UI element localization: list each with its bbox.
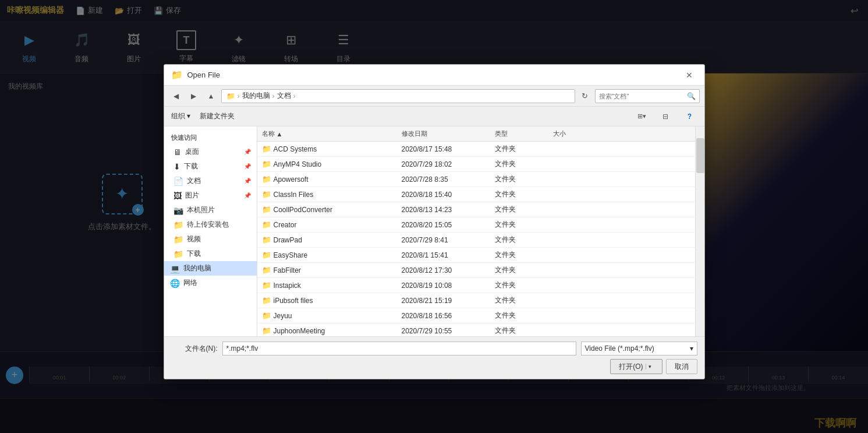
footer-filetype-select[interactable]: Video File (*.mp4;*.flv) ▾ — [581, 342, 697, 355]
back-button[interactable]: ◀ — [169, 89, 184, 104]
file-date: 2020/8/19 10:08 — [397, 281, 490, 290]
header-name[interactable]: 名称 ▲ — [257, 126, 397, 141]
file-name: 📁Apowersoft — [257, 175, 397, 184]
sidebar-item-desktop[interactable]: 🖥 桌面 📌 — [164, 145, 257, 159]
view-options-button[interactable]: ⊞▾ — [635, 109, 649, 124]
download2-icon: 📁 — [173, 249, 183, 259]
folder-icon: 📁 — [262, 190, 271, 199]
file-row[interactable]: 📁ACD Systems 2020/8/17 15:48 文件夹 — [257, 142, 695, 157]
file-row[interactable]: 📁Creator 2020/8/20 15:05 文件夹 — [257, 217, 695, 233]
file-date: 2020/8/20 15:05 — [397, 221, 490, 229]
scrollbar-thumb[interactable] — [696, 138, 704, 173]
file-type: 文件夹 — [490, 189, 548, 199]
open-label: 打开(O) — [619, 362, 643, 372]
open-dropdown-icon[interactable]: ▾ — [646, 364, 654, 369]
file-row[interactable]: 📁JuphoonMeeting 2020/7/29 10:55 文件夹 — [257, 323, 695, 336]
sidebar-label-videos: 视频 — [187, 234, 201, 244]
forward-button[interactable]: ▶ — [186, 89, 201, 104]
file-row[interactable]: 📁iPubsoft files 2020/8/21 15:19 文件夹 — [257, 293, 695, 308]
file-date: 2020/7/29 8:41 — [397, 236, 490, 244]
breadcrumb-mypc[interactable]: 我的电脑 — [242, 91, 270, 101]
mypc-icon: 💻 — [170, 264, 180, 273]
dialog-footer: 文件名(N): Video File (*.mp4;*.flv) ▾ 打开(O)… — [164, 336, 704, 379]
refresh-button[interactable]: ↻ — [578, 89, 593, 104]
file-row[interactable]: 📁Apowersoft 2020/7/28 8:35 文件夹 — [257, 172, 695, 187]
file-list-header: 名称 ▲ 修改日期 类型 大小 — [257, 126, 695, 142]
folder-icon: 📁 — [262, 175, 271, 184]
breadcrumb-docs[interactable]: 文档 — [277, 91, 291, 101]
dialog-close-button[interactable]: ✕ — [681, 67, 697, 83]
file-row[interactable]: 📁CoollPodConverter 2020/8/13 14:23 文件夹 — [257, 202, 695, 217]
file-date: 2020/8/17 15:48 — [397, 145, 490, 153]
file-name: 📁Creator — [257, 220, 397, 229]
footer-filename-label: 文件名(N): — [171, 344, 218, 354]
help-button[interactable]: ? — [682, 109, 697, 124]
new-folder-button[interactable]: 新建文件夹 — [200, 111, 235, 121]
file-type: 文件夹 — [490, 144, 548, 154]
dialog-sidebar: 快速访问 🖥 桌面 📌 ⬇ 下载 📌 📄 文档 📌 — [164, 126, 257, 336]
folder-icon: 📁 — [262, 220, 271, 229]
sidebar-item-download[interactable]: ⬇ 下载 📌 — [164, 159, 257, 174]
header-date[interactable]: 修改日期 — [397, 126, 490, 141]
preview-toggle-button[interactable]: ⊟ — [658, 109, 673, 124]
organize-button[interactable]: 组织 ▾ — [171, 111, 190, 121]
file-name: 📁AnyMP4 Studio — [257, 160, 397, 168]
sidebar-item-videos[interactable]: 📁 视频 — [164, 232, 257, 247]
sidebar-label-desktop: 桌面 — [185, 147, 199, 157]
file-row[interactable]: 📁Jeyuu 2020/8/18 16:56 文件夹 — [257, 308, 695, 323]
file-name: 📁JuphoonMeeting — [257, 326, 397, 335]
file-type: 文件夹 — [490, 295, 548, 305]
desktop-icon: 🖥 — [173, 147, 182, 157]
breadcrumb-icon: 📁 — [226, 92, 235, 100]
header-type[interactable]: 类型 — [490, 126, 548, 141]
pictures-icon: 🖼 — [173, 191, 182, 200]
folder-icon: 📁 — [262, 326, 271, 335]
sidebar-label-pictures: 图片 — [185, 191, 199, 200]
up-button[interactable]: ▲ — [204, 89, 219, 104]
file-row[interactable]: 📁Instapick 2020/8/19 10:08 文件夹 — [257, 278, 695, 293]
dialog-scrollbar[interactable] — [695, 126, 704, 336]
sidebar-item-pictures[interactable]: 🖼 图片 📌 — [164, 188, 257, 203]
file-row[interactable]: 📁FabFilter 2020/8/12 17:30 文件夹 — [257, 263, 695, 278]
waiting-icon: 📁 — [173, 220, 183, 230]
folder-icon: 📁 — [262, 251, 271, 259]
sidebar-item-download2[interactable]: 📁 下载 — [164, 247, 257, 261]
footer-filename-input[interactable] — [222, 342, 576, 355]
network-icon: 🌐 — [170, 279, 180, 288]
file-type: 文件夹 — [490, 174, 548, 184]
sidebar-item-docs[interactable]: 📄 文档 📌 — [164, 174, 257, 188]
sidebar-label-mypc: 我的电脑 — [183, 263, 211, 273]
open-button[interactable]: 打开(O) ▾ — [610, 359, 662, 374]
dialog-title-icon: 📁 — [171, 69, 183, 80]
sidebar-label-waiting: 待上传安装包 — [187, 220, 229, 230]
footer-filetype-label: Video File (*.mp4;*.flv) — [585, 344, 654, 353]
file-type: 文件夹 — [490, 159, 548, 169]
sidebar-item-camera[interactable]: 📷 本机照片 — [164, 203, 257, 217]
breadcrumb-bar[interactable]: 📁 › 我的电脑 › 文档 › — [221, 89, 575, 103]
file-type: 文件夹 — [490, 235, 548, 245]
file-type: 文件夹 — [490, 280, 548, 290]
file-row[interactable]: 📁DrawPad 2020/7/29 8:41 文件夹 — [257, 233, 695, 248]
folder-icon: 📁 — [262, 311, 271, 320]
file-list: 名称 ▲ 修改日期 类型 大小 📁ACD Systems 2020/8/17 1… — [257, 126, 695, 336]
sidebar-item-mypc[interactable]: 💻 我的电脑 — [164, 261, 257, 276]
file-rows-container: 📁ACD Systems 2020/8/17 15:48 文件夹 📁AnyMP4… — [257, 142, 695, 336]
sidebar-item-network[interactable]: 🌐 网络 — [164, 276, 257, 290]
file-type: 文件夹 — [490, 220, 548, 230]
pin-icon-desktop: 📌 — [244, 149, 251, 155]
file-name: 📁Jeyuu — [257, 311, 397, 320]
search-input[interactable] — [599, 93, 685, 100]
file-type: 文件夹 — [490, 205, 548, 214]
file-name: 📁DrawPad — [257, 235, 397, 244]
sidebar-item-waiting[interactable]: 📁 待上传安装包 — [164, 217, 257, 232]
cancel-button[interactable]: 取消 — [666, 359, 697, 374]
file-name: 📁ClassIn Files — [257, 190, 397, 199]
file-row[interactable]: 📁ClassIn Files 2020/8/18 15:40 文件夹 — [257, 187, 695, 202]
file-date: 2020/7/29 10:55 — [397, 327, 490, 335]
file-row[interactable]: 📁AnyMP4 Studio 2020/7/29 18:02 文件夹 — [257, 157, 695, 172]
file-date: 2020/8/21 15:19 — [397, 297, 490, 305]
header-size[interactable]: 大小 — [548, 126, 595, 141]
footer-buttons: 打开(O) ▾ 取消 — [171, 359, 697, 374]
search-box: 🔍 — [595, 89, 700, 103]
file-row[interactable]: 📁EasyShare 2020/8/1 15:41 文件夹 — [257, 248, 695, 263]
